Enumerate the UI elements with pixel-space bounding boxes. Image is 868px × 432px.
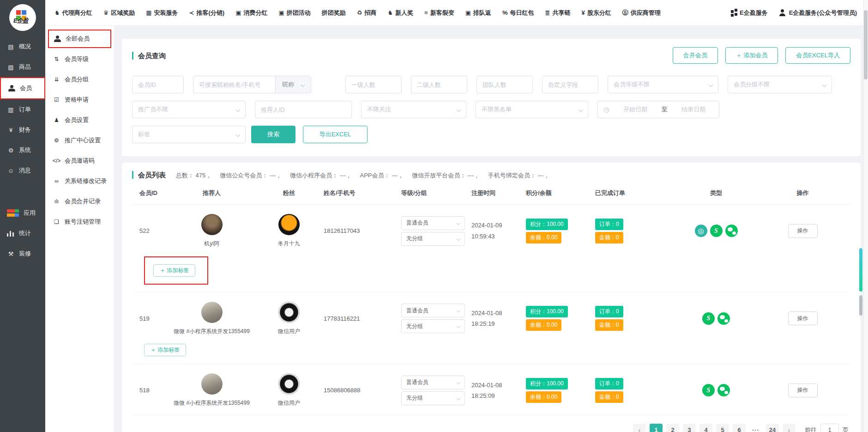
search-type-select[interactable]: 昵称 [275,76,311,93]
topnav-item[interactable]: ▣ 消费分红 [235,9,267,17]
topnav-item[interactable]: ▣ 排队返 [465,9,491,17]
custom-field-input[interactable] [542,76,598,93]
goto-page-input[interactable] [820,424,839,432]
excel-import-button[interactable]: 会员EXCEL导入 [785,47,850,64]
page-button[interactable]: 2 [666,424,679,432]
topnav-item[interactable]: ¥ 股东分红 [581,9,611,17]
topnav-item-icon: ♛ [103,9,109,16]
topnav-item[interactable]: ♞ 代理商分红 [54,9,92,17]
topnav-item[interactable]: ≡ 新客裂变 [424,9,454,17]
group-select[interactable]: 无分组 [401,319,465,333]
row-action-button[interactable]: 操作 [788,311,818,325]
follow-filter-select[interactable]: 不限关注 [361,101,466,118]
merge-member-button[interactable]: 合并会员 [673,47,718,64]
quick-nav-indicator[interactable] [859,248,862,292]
page-button[interactable]: 5 [716,424,729,432]
sidebar-item-icon: ⚙ [7,147,15,154]
sidebar-item[interactable]: ☺ 消息 [0,160,45,181]
submenu-item[interactable]: ılı 会员合并记录 [45,191,114,212]
scrollbar-thumb[interactable] [864,10,868,79]
prev-page-button[interactable]: ‹ [633,424,646,432]
member-group-select[interactable]: 会员分组不限 [728,76,832,93]
add-member-button[interactable]: ＋ 添加会员 [725,47,778,64]
submenu-item[interactable]: ⇊ 会员分组 [45,69,114,90]
sidebar-item[interactable]: 会员 [0,77,45,99]
submenu-item-label: 会员分组 [65,75,89,84]
page-button[interactable]: 24 [766,424,779,432]
row-action-button[interactable]: 操作 [788,224,818,238]
account-menu[interactable]: E企盈服务(公众号管理员) [779,9,857,17]
topnav-item[interactable]: Ⓢ 供应商管理 [622,9,661,17]
topnav-item[interactable]: ▣ 拼团活动 [278,9,310,17]
topnav-item-icon: ≣ [545,9,550,16]
sidebar-item[interactable]: ¥ 财务 [0,120,45,140]
member-row: 519 微微 #小程序系统开发1355499 微信用户 17783116221 [132,292,850,365]
chevron-down-icon [236,107,241,112]
topnav-item[interactable]: ≺ 推客(分销) [189,9,225,17]
topnav-item[interactable]: ≣ 共享链 [545,9,571,17]
sidebar-item-icon: ¥ [7,127,15,134]
next-page-button[interactable]: › [783,424,796,432]
row-action-button[interactable]: 操作 [788,383,818,397]
page-button[interactable]: 1 [650,424,663,432]
referrer-cell: 微微 #小程序系统开发1355499 [169,373,254,408]
sidebar-item[interactable]: 应用 [0,203,45,223]
submenu-item[interactable]: 全部会员 [48,30,111,48]
chevron-down-icon [822,82,827,87]
sidebar-item[interactable]: ▤ 概况 [0,37,45,57]
page-button[interactable]: 6 [733,424,746,432]
topnav-item[interactable]: ♞ 新人奖 [387,9,413,17]
submenu-item[interactable]: ∞ 关系链修改记录 [45,171,114,191]
group-select[interactable]: 无分组 [401,391,465,405]
level-select[interactable]: 普通会员 [401,304,465,317]
quick-nav-thumb[interactable] [859,295,862,316]
page-button[interactable]: 3 [683,424,696,432]
submenu-item-label: 会员等级 [65,55,89,63]
sidebar-item-icon: ▤ [7,43,15,50]
level2-count-input[interactable] [411,76,467,93]
column-header: 等级/分组 [401,189,471,197]
register-time: 2024-01-08 18:25:19 [471,308,526,329]
submenu-item-label: 账号注销管理 [65,218,101,226]
tag-select[interactable]: 标签 [132,126,246,143]
page-button[interactable]: 4 [699,424,712,432]
member-id-input[interactable] [132,76,184,93]
sidebar-item[interactable]: ▧ 商品 [0,57,45,77]
add-tag-button[interactable]: ＋ 添加标签 [153,264,195,277]
referrer-id-input[interactable] [255,101,352,118]
member-level-select[interactable]: 会员等级不限 [608,76,718,93]
promoter-select[interactable]: 推广员不限 [132,101,246,118]
level1-count-input[interactable] [345,76,402,93]
topnav-item[interactable]: 拼团奖励 [322,9,346,17]
search-button[interactable]: 搜索 [251,126,295,143]
submenu-item[interactable]: ⇅ 会员等级 [45,49,114,69]
topnav-item-label: 代理商分红 [62,9,92,17]
date-range-picker[interactable]: 开始日期 至 结束日期 [597,101,719,118]
sidebar-item[interactable]: ⚒ 装修 [0,243,45,264]
sidebar-item[interactable]: 统计 [0,223,45,243]
service-menu[interactable]: E企盈服务 [731,9,768,17]
topnav-item[interactable]: ♛ 区域奖励 [103,9,135,17]
level-select[interactable]: 普通会员 [401,376,465,389]
group-select[interactable]: 无分组 [401,232,465,246]
sidebar-item[interactable]: ⚙ 系统 [0,140,45,160]
submenu-item[interactable]: ♟ 会员设置 [45,110,114,130]
level-select[interactable]: 普通会员 [401,216,465,230]
team-count-input[interactable] [476,76,533,93]
submenu-item[interactable]: ⚙ 推广中心设置 [45,130,114,151]
page-button[interactable]: ··· [749,424,762,432]
topnav-item[interactable]: ▦ 安装服务 [146,9,178,17]
topnav-item[interactable]: % 每日红包 [502,9,534,17]
sidebar-item[interactable]: ▥ 订单 [0,99,45,120]
wechat-icon [717,312,730,325]
keyword-input[interactable] [193,76,275,93]
submenu-item[interactable]: </> 会员邀请码 [45,151,114,171]
export-excel-button[interactable]: 导出EXCEL [303,126,368,143]
blacklist-filter-select[interactable]: 不限黑名单 [476,101,588,118]
topnav-item[interactable]: ♻ 招商 [357,9,377,17]
submenu-item[interactable]: ❏ 账号注销管理 [45,212,114,232]
submenu-item[interactable]: ☑ 资格申请 [45,90,114,110]
add-tag-button[interactable]: ＋ 添加标签 [144,344,186,356]
topnav-item-icon: Ⓢ [622,9,628,17]
topnav-item-label: 排队返 [473,9,491,17]
